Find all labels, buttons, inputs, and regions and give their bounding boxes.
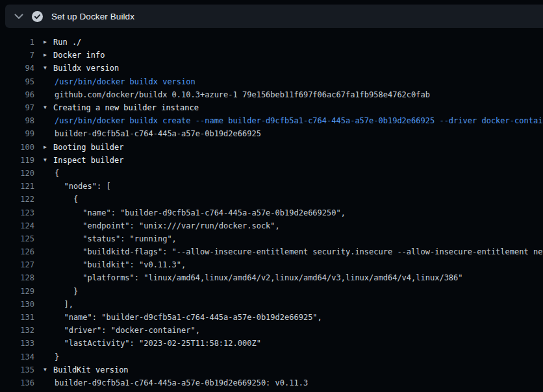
caret-expanded-icon[interactable]: ▼ <box>44 158 53 163</box>
log-output-text: "nodes": [ <box>55 182 111 191</box>
log-row: 96github.com/docker/buildx 0.10.3+azure-… <box>0 88 543 101</box>
log-row: 123 "name": "builder-d9cfb5a1-c764-445a-… <box>0 206 543 219</box>
caret-collapsed-icon[interactable]: ▶ <box>44 53 53 58</box>
line-number[interactable]: 134 <box>0 352 34 361</box>
log-output-text: "buildkitd-flags": "--allow-insecure-ent… <box>55 247 543 256</box>
line-number[interactable]: 97 <box>0 103 34 112</box>
log-command-text: /usr/bin/docker buildx version <box>55 77 196 86</box>
line-number[interactable]: 122 <box>0 195 34 204</box>
log-output-text: { <box>55 195 78 204</box>
line-number[interactable]: 124 <box>0 221 34 230</box>
log-output-text: "driver": "docker-container", <box>55 326 200 335</box>
line-number[interactable]: 94 <box>0 64 34 73</box>
log-output-text: "lastActivity": "2023-02-25T11:58:12.000… <box>55 339 261 348</box>
log-group-row[interactable]: 119▼Inspect builder <box>0 154 543 167</box>
line-number[interactable]: 123 <box>0 208 34 217</box>
log-output-text: "status": "running", <box>55 234 177 243</box>
log-row: 136builder-d9cfb5a1-c764-445a-a57e-0b19d… <box>0 376 543 389</box>
log-output-text: "platforms": "linux/amd64,linux/amd64/v2… <box>55 273 463 282</box>
caret-expanded-icon[interactable]: ▼ <box>44 367 53 373</box>
log-group-title[interactable]: Creating a new builder instance <box>53 103 199 112</box>
log-group-row[interactable]: 100▶Booting builder <box>0 141 543 154</box>
log-group-title[interactable]: BuildKit version <box>53 365 129 374</box>
line-number[interactable]: 127 <box>0 260 34 269</box>
log-output-text: } <box>55 352 59 361</box>
log-row: 129 } <box>0 285 543 298</box>
line-number[interactable]: 95 <box>0 77 34 86</box>
log-group-row[interactable]: 94▼Buildx version <box>0 62 543 75</box>
log-row: 124 "endpoint": "unix:///var/run/docker.… <box>0 219 543 232</box>
line-number[interactable]: 1 <box>0 38 34 47</box>
log-output-text: builder-d9cfb5a1-c764-445a-a57e-0b19d2e6… <box>55 378 308 387</box>
line-number[interactable]: 121 <box>0 182 34 191</box>
log-row: 128 "platforms": "linux/amd64,linux/amd6… <box>0 271 543 284</box>
log-row: 131 "name": "builder-d9cfb5a1-c764-445a-… <box>0 311 543 324</box>
log-row: 132 "driver": "docker-container", <box>0 324 543 337</box>
log-row: 95/usr/bin/docker buildx version <box>0 75 543 88</box>
step-title: Set up Docker Buildx <box>51 12 134 21</box>
line-number[interactable]: 130 <box>0 300 34 309</box>
log-output-text: github.com/docker/buildx 0.10.3+azure-1 … <box>55 90 430 99</box>
log-row: 130 ], <box>0 298 543 311</box>
log-output-text: "buildkit": "v0.11.3", <box>55 260 186 269</box>
log-row: 134} <box>0 350 543 363</box>
line-number[interactable]: 125 <box>0 234 34 243</box>
log-console: 1▶Run ./7▶Docker info94▼Buildx version95… <box>0 28 543 392</box>
line-number[interactable]: 131 <box>0 313 34 322</box>
log-row: 127 "buildkit": "v0.11.3", <box>0 258 543 271</box>
log-row: 99builder-d9cfb5a1-c764-445a-a57e-0b19d2… <box>0 127 543 140</box>
log-group-row[interactable]: 97▼Creating a new builder instance <box>0 101 543 114</box>
log-output-text: "endpoint": "unix:///var/run/docker.sock… <box>55 221 280 230</box>
line-number[interactable]: 128 <box>0 273 34 282</box>
log-output-text: ], <box>55 300 73 309</box>
log-row: 126 "buildkitd-flags": "--allow-insecure… <box>0 245 543 258</box>
log-group-title[interactable]: Run ./ <box>53 38 81 47</box>
log-group-title[interactable]: Buildx version <box>53 64 119 73</box>
line-number[interactable]: 96 <box>0 90 34 99</box>
log-row: 120{ <box>0 167 543 180</box>
line-number[interactable]: 120 <box>0 169 34 178</box>
line-number[interactable]: 98 <box>0 116 34 125</box>
log-command-text: /usr/bin/docker buildx create --name bui… <box>55 116 543 125</box>
log-output-text: } <box>55 287 78 296</box>
log-output-text: "name": "builder-d9cfb5a1-c764-445a-a57e… <box>55 313 322 322</box>
caret-collapsed-icon[interactable]: ▶ <box>44 40 53 45</box>
chevron-down-icon[interactable] <box>14 14 23 19</box>
caret-expanded-icon[interactable]: ▼ <box>44 66 53 71</box>
log-group-title[interactable]: Inspect builder <box>53 156 123 165</box>
line-number[interactable]: 132 <box>0 326 34 335</box>
check-circle-icon <box>32 11 43 22</box>
log-row: 133 "lastActivity": "2023-02-25T11:58:12… <box>0 337 543 350</box>
log-row: 122 { <box>0 193 543 206</box>
log-group-row[interactable]: 135▼BuildKit version <box>0 363 543 376</box>
line-number[interactable]: 129 <box>0 287 34 296</box>
caret-expanded-icon[interactable]: ▼ <box>44 105 53 110</box>
line-number[interactable]: 99 <box>0 129 34 138</box>
log-group-row[interactable]: 1▶Run ./ <box>0 36 543 49</box>
line-number[interactable]: 100 <box>0 143 34 152</box>
log-row: 125 "status": "running", <box>0 232 543 245</box>
log-output-text: { <box>55 169 59 178</box>
line-number[interactable]: 126 <box>0 247 34 256</box>
caret-collapsed-icon[interactable]: ▶ <box>44 145 53 150</box>
log-row: 98/usr/bin/docker buildx create --name b… <box>0 114 543 127</box>
log-row: 121 "nodes": [ <box>0 180 543 193</box>
line-number[interactable]: 133 <box>0 339 34 348</box>
log-output-text: "name": "builder-d9cfb5a1-c764-445a-a57e… <box>55 208 346 217</box>
line-number[interactable]: 136 <box>0 378 34 387</box>
line-number[interactable]: 7 <box>0 51 34 60</box>
log-group-title[interactable]: Docker info <box>53 51 105 60</box>
log-output-text: builder-d9cfb5a1-c764-445a-a57e-0b19d2e6… <box>55 129 261 138</box>
step-header-set-up-docker-buildx[interactable]: Set up Docker Buildx <box>5 5 543 28</box>
line-number[interactable]: 135 <box>0 365 34 374</box>
log-group-title[interactable]: Booting builder <box>53 143 123 152</box>
log-group-row[interactable]: 7▶Docker info <box>0 49 543 62</box>
line-number[interactable]: 119 <box>0 156 34 165</box>
